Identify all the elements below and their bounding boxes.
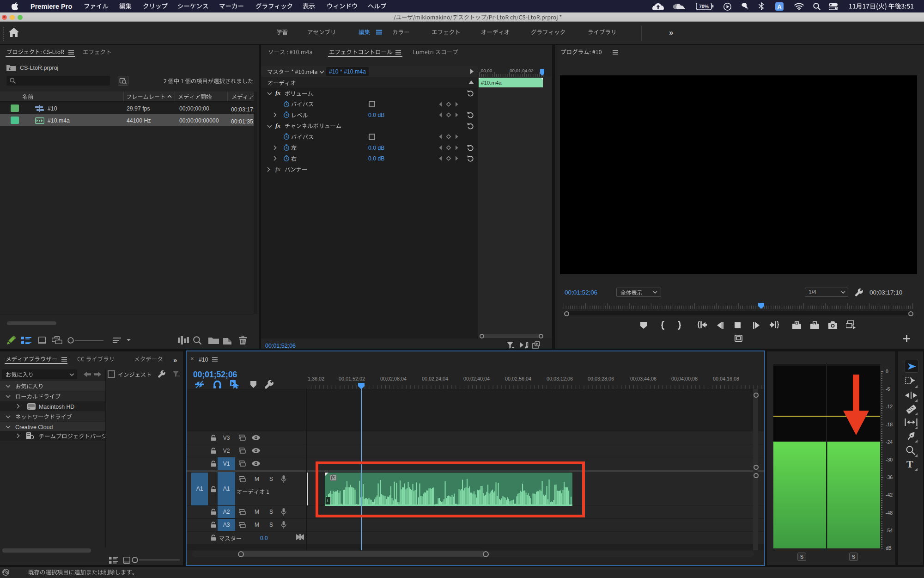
svg-text:A: A <box>777 3 781 10</box>
svg-text:70%: 70% <box>699 4 709 9</box>
